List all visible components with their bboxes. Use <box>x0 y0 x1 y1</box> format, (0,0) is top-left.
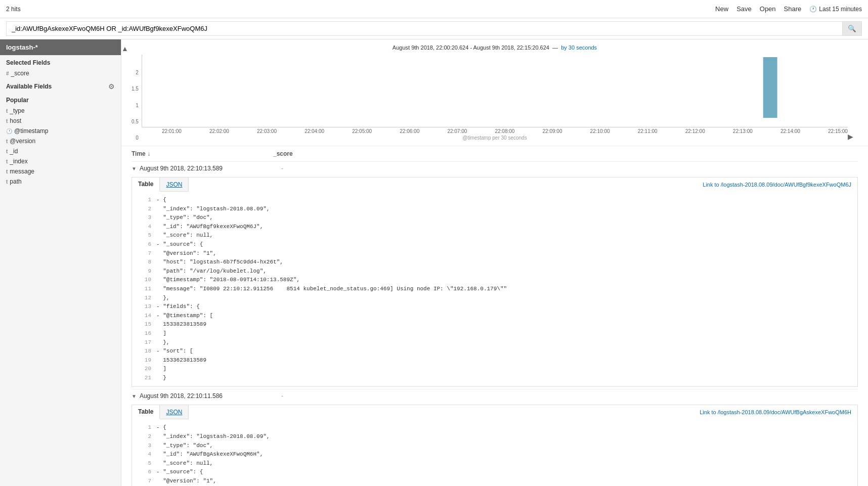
json-content: "@timestamp": "2018-08-09T14:10:13.589Z"… <box>156 276 300 285</box>
line-number: 12 <box>136 294 151 303</box>
search-button[interactable]: 🔍 <box>843 21 862 36</box>
top-actions: New Save Open Share 🕐 Last 15 minutes <box>715 5 862 13</box>
line-number: 20 <box>136 365 151 374</box>
histogram-container: ▲ August 9th 2018, 22:00:20.624 - August… <box>121 39 868 146</box>
sidebar-field-index[interactable]: t _index <box>0 156 121 166</box>
search-bar: 🔍 <box>0 18 868 39</box>
json-content: ] <box>156 365 166 374</box>
tab-table-0[interactable]: Table <box>132 178 160 192</box>
new-button[interactable]: New <box>715 5 728 13</box>
col-time-header: Time ↓ <box>132 150 273 157</box>
json-content: "_score": null, <box>156 231 213 240</box>
col-score-header: _score <box>273 150 858 157</box>
json-line: 6- "_source": { <box>136 240 853 249</box>
sidebar-field-host[interactable]: t host <box>0 116 121 126</box>
line-number: 5 <box>136 231 151 240</box>
by-30-seconds-link[interactable]: by 30 seconds <box>561 45 597 51</box>
clock-icon: 🕐 <box>809 6 817 13</box>
json-content: "_index": "logstash-2018.08.09", <box>156 205 270 214</box>
y-axis-labels: 2 1.5 1 0.5 0 <box>132 70 142 141</box>
expand-icon-1: ▼ <box>132 393 137 399</box>
json-line: 17 }, <box>136 338 853 347</box>
search-input[interactable] <box>6 21 843 36</box>
tab-table-1[interactable]: Table <box>132 405 160 419</box>
x-label-2: 22:03:00 <box>257 128 277 134</box>
field-type-t-icon: t <box>6 108 8 114</box>
expand-button[interactable]: ▶ <box>848 132 853 141</box>
x-label-14: 22:15:00 <box>828 128 848 134</box>
result-tabs-0: Table JSON <box>132 178 189 192</box>
json-content: - "sort": [ <box>156 347 193 356</box>
field-type-t-icon: t <box>6 139 8 144</box>
sidebar: logstash-* Selected Fields # _score Avai… <box>0 39 121 486</box>
popular-fields-title: Popular <box>0 93 121 106</box>
tab-header-1: Table JSON Link to /logstash-2018.08.09/… <box>132 405 857 419</box>
x-axis-footer: @timestamp per 30 seconds <box>142 135 848 141</box>
line-number: 17 <box>136 338 151 347</box>
result-summary-0[interactable]: ▼ August 9th 2018, 22:10:13.589 - <box>132 162 858 175</box>
json-line: 7 "@version": "1", <box>136 477 853 486</box>
histogram-chart <box>142 55 848 127</box>
open-button[interactable]: Open <box>760 5 776 13</box>
field-type-t-icon: t <box>6 179 8 185</box>
result-summary-1[interactable]: ▼ August 9th 2018, 22:10:11.586 - <box>132 389 858 403</box>
share-button[interactable]: Share <box>784 5 802 13</box>
sidebar-field-version[interactable]: t @version <box>0 136 121 146</box>
json-line: 20 ] <box>136 365 853 374</box>
json-view-1: 1- {2 "_index": "logstash-2018.08.09",3 … <box>132 419 857 486</box>
line-number: 8 <box>136 258 151 267</box>
json-content: "path": "/var/log/kubelet.log", <box>156 267 267 276</box>
x-label-1: 22:02:00 <box>209 128 229 134</box>
json-content: "host": "logstash-6b7f5c9dd4-hx26t", <box>156 258 283 267</box>
histogram-collapse-button[interactable]: ▲ <box>121 45 128 53</box>
line-number: 4 <box>136 450 151 459</box>
sidebar-field-timestamp[interactable]: 🕐 @timestamp <box>0 126 121 136</box>
sidebar-field-id[interactable]: t _id <box>0 146 121 156</box>
x-label-9: 22:10:00 <box>590 128 610 134</box>
histogram-title: August 9th 2018, 22:00:20.624 - August 9… <box>132 45 858 51</box>
x-label-13: 22:14:00 <box>780 128 800 134</box>
line-number: 18 <box>136 347 151 356</box>
json-content: "_id": "AWUfBgf9kexeXFwoQM6J", <box>156 223 263 232</box>
sidebar-field-type[interactable]: t _type <box>0 106 121 116</box>
selected-field-score[interactable]: # _score <box>0 68 121 78</box>
y-label-1: 1 <box>136 103 139 108</box>
json-line: 11 "message": "I0809 22:10:12.911256 851… <box>136 285 853 294</box>
line-number: 3 <box>136 441 151 451</box>
json-line: 1- { <box>136 423 853 432</box>
tab-json-0[interactable]: JSON <box>160 178 189 191</box>
json-line: 5 "_score": null, <box>136 231 853 240</box>
sidebar-field-path[interactable]: t path <box>0 176 121 187</box>
json-content: "@version": "1", <box>156 249 216 258</box>
line-number: 16 <box>136 329 151 338</box>
histogram-svg <box>142 55 848 125</box>
tab-json-1[interactable]: JSON <box>160 405 189 419</box>
line-number: 7 <box>136 249 151 258</box>
json-content: "_type": "doc", <box>156 441 213 451</box>
json-view-0: 1- {2 "_index": "logstash-2018.08.09",3 … <box>132 192 857 386</box>
y-label-2: 2 <box>136 70 139 75</box>
json-content: "_id": "AWUfBgAskexeXFwoQM6H", <box>156 450 263 459</box>
result-link-0[interactable]: Link to /logstash-2018.08.09/doc/AWUfBgf… <box>697 179 857 191</box>
json-line: 21 } <box>136 374 853 383</box>
results-area: Time ↓ _score ▼ August 9th 2018, 22:10:1… <box>121 146 868 486</box>
line-number: 1 <box>136 423 151 432</box>
json-content: - { <box>156 423 166 432</box>
gear-button[interactable]: ⚙ <box>108 82 115 91</box>
hits-count: 2 hits <box>6 6 21 13</box>
json-line: 8 "host": "logstash-6b7f5c9dd4-hx26t", <box>136 258 853 267</box>
line-number: 11 <box>136 285 151 294</box>
json-line: 3 "_type": "doc", <box>136 213 853 223</box>
time-range-button[interactable]: 🕐 Last 15 minutes <box>809 6 862 13</box>
x-label-6: 22:07:00 <box>447 128 467 134</box>
result-time-0: August 9th 2018, 22:10:13.589 <box>140 165 281 172</box>
save-button[interactable]: Save <box>736 5 752 13</box>
json-line: 15 1533823813589 <box>136 320 853 329</box>
available-fields-title: Available Fields ⚙ <box>0 78 121 93</box>
line-number: 3 <box>136 213 151 223</box>
json-content: - "fields": { <box>156 302 200 312</box>
json-content: } <box>156 374 166 383</box>
result-link-1[interactable]: Link to /logstash-2018.08.09/doc/AWUfBgA… <box>693 406 857 418</box>
line-number: 10 <box>136 276 151 285</box>
sidebar-field-message[interactable]: t message <box>0 166 121 176</box>
